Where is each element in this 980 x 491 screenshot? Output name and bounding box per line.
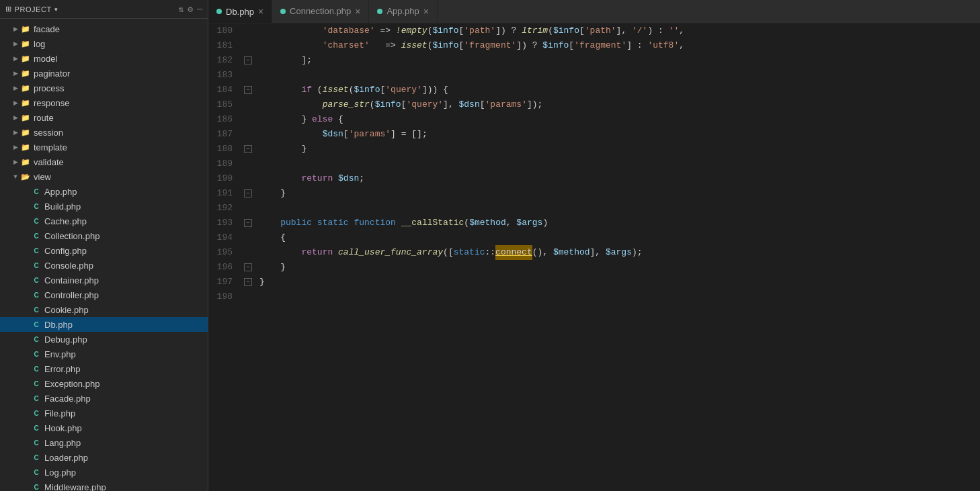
sidebar-item-App.php[interactable]: C App.php <box>0 184 208 199</box>
settings-icon[interactable]: ⚙ <box>188 4 193 15</box>
fold-button: − <box>244 145 252 153</box>
file-icon: C <box>31 408 42 418</box>
code-line-180: 'database' => !empty($info['path']) ? lt… <box>259 24 980 38</box>
sidebar-item-File.php[interactable]: C File.php <box>0 406 208 420</box>
code-line-197: } <box>259 275 980 289</box>
file-icon: C <box>31 452 42 463</box>
code-line-195: return call_user_func_array([static::con… <box>259 245 980 260</box>
tab-close-button[interactable]: × <box>355 7 360 16</box>
project-icon: ⊞ <box>5 5 12 13</box>
sidebar-item-Log.php[interactable]: C Log.php <box>0 465 208 480</box>
sidebar-item-Loader.php[interactable]: C Loader.php <box>0 450 208 465</box>
code-gutter: − − − − − − − <box>242 24 254 491</box>
tab-Connection.php[interactable]: Connection.php × <box>272 0 369 23</box>
fold-button: − <box>244 278 252 286</box>
sidebar-item-validate[interactable]: ▶ 📁 validate <box>0 154 208 169</box>
file-icon: C <box>31 289 42 300</box>
code-line-183 <box>259 68 980 83</box>
sidebar-item-Container.php[interactable]: C Container.php <box>0 273 208 287</box>
file-icon: C <box>31 437 42 448</box>
sidebar-item-Controller.php[interactable]: C Controller.php <box>0 287 208 302</box>
chevron-right-icon: ▶ <box>11 85 20 91</box>
fold-button: − <box>244 86 252 94</box>
tab-Db.php[interactable]: Db.php × <box>208 0 272 23</box>
chevron-right-icon: ▶ <box>11 159 20 165</box>
sidebar-item-process[interactable]: ▶ 📁 process <box>0 81 208 95</box>
code-line-189 <box>259 157 980 171</box>
sidebar-header-actions: ⇅ ⚙ — <box>179 4 202 15</box>
sidebar-item-model[interactable]: ▶ 📁 model <box>0 51 208 66</box>
tab-close-button[interactable]: × <box>258 7 263 16</box>
file-icon: C <box>31 334 42 345</box>
file-icon: C <box>31 349 42 359</box>
chevron-right-icon: ▶ <box>11 55 20 62</box>
file-icon: C <box>31 319 42 330</box>
sidebar-item-facade[interactable]: ▶ 📁 facade <box>0 21 208 36</box>
sidebar-item-Error.php[interactable]: C Error.php <box>0 361 208 376</box>
sort-icon[interactable]: ⇅ <box>179 4 184 15</box>
chevron-right-icon: ▶ <box>11 129 20 136</box>
file-icon: C <box>31 260 42 271</box>
sidebar-item-Env.php[interactable]: C Env.php <box>0 347 208 361</box>
folder-open-icon: 📂 <box>20 171 31 182</box>
sidebar-item-session[interactable]: ▶ 📁 session <box>0 125 208 140</box>
file-dot-icon <box>377 9 382 14</box>
sidebar-item-response[interactable]: ▶ 📁 response <box>0 95 208 110</box>
file-dot-icon <box>280 9 286 14</box>
sidebar-item-Db.php[interactable]: C Db.php <box>0 317 208 332</box>
file-icon: C <box>31 186 42 197</box>
chevron-right-icon: ▶ <box>11 26 20 32</box>
sidebar-item-Cookie.php[interactable]: C Cookie.php <box>0 302 208 317</box>
file-icon: C <box>31 201 42 212</box>
code-line-188: } <box>259 142 980 157</box>
sidebar-item-template[interactable]: ▶ 📁 template <box>0 140 208 154</box>
tab-label: Db.php <box>226 7 254 17</box>
fold-button: − <box>244 56 252 64</box>
sidebar-item-Collection.php[interactable]: C Collection.php <box>0 228 208 243</box>
sidebar-item-view[interactable]: ▼ 📂 view <box>0 169 208 184</box>
file-icon: C <box>31 245 42 256</box>
code-line-187: $dsn['params'] = []; <box>259 127 980 142</box>
line-numbers: 180 181 182 183 184 185 186 187 188 189 … <box>208 24 242 491</box>
tab-label: App.php <box>386 6 419 16</box>
minimize-icon[interactable]: — <box>197 4 202 15</box>
chevron-right-icon: ▶ <box>11 99 20 106</box>
sidebar-item-paginator[interactable]: ▶ 📁 paginator <box>0 66 208 81</box>
sidebar-item-Build.php[interactable]: C Build.php <box>0 199 208 214</box>
folder-icon: 📁 <box>20 24 31 34</box>
sidebar-header: ⊞ Project ▾ ⇅ ⚙ — <box>0 0 208 19</box>
sidebar-item-Facade.php[interactable]: C Facade.php <box>0 391 208 406</box>
file-icon: C <box>31 304 42 315</box>
tab-close-button[interactable]: × <box>423 7 429 16</box>
file-dot-icon <box>216 9 222 14</box>
code-editor: 180 181 182 183 184 185 186 187 188 189 … <box>208 24 980 491</box>
file-icon: C <box>31 363 42 374</box>
sidebar-item-Hook.php[interactable]: C Hook.php <box>0 420 208 435</box>
sidebar-item-Debug.php[interactable]: C Debug.php <box>0 332 208 347</box>
sidebar-item-Config.php[interactable]: C Config.php <box>0 243 208 258</box>
folder-icon: 📁 <box>20 142 31 152</box>
code-line-185: parse_str($info['query'], $dsn['params']… <box>259 97 980 112</box>
code-content[interactable]: 'database' => !empty($info['path']) ? lt… <box>254 24 980 491</box>
sidebar-item-Console.php[interactable]: C Console.php <box>0 258 208 273</box>
folder-icon: 📁 <box>20 112 31 123</box>
sidebar-item-Middleware.php[interactable]: C Middleware.php <box>0 480 208 491</box>
file-icon: C <box>31 378 42 389</box>
code-line-182: ]; <box>259 53 980 68</box>
chevron-right-icon: ▶ <box>11 114 20 121</box>
file-icon: C <box>31 482 42 491</box>
file-icon: C <box>31 216 42 226</box>
sidebar-item-Lang.php[interactable]: C Lang.php <box>0 435 208 450</box>
code-line-193: public static function __callStatic($met… <box>259 216 980 230</box>
sidebar-item-route[interactable]: ▶ 📁 route <box>0 110 208 125</box>
tab-App.php[interactable]: App.php × <box>369 0 438 23</box>
file-icon: C <box>31 275 42 285</box>
code-line-181: 'charset' => isset($info['fragment']) ? … <box>259 38 980 53</box>
code-line-186: } else { <box>259 112 980 127</box>
folder-icon: 📁 <box>20 83 31 93</box>
tabs-bar: Db.php × Connection.php × App.php × <box>208 0 980 24</box>
sidebar-item-Exception.php[interactable]: C Exception.php <box>0 376 208 391</box>
sidebar-item-log[interactable]: ▶ 📁 log <box>0 36 208 51</box>
file-icon: C <box>31 230 42 241</box>
sidebar-item-Cache.php[interactable]: C Cache.php <box>0 214 208 228</box>
